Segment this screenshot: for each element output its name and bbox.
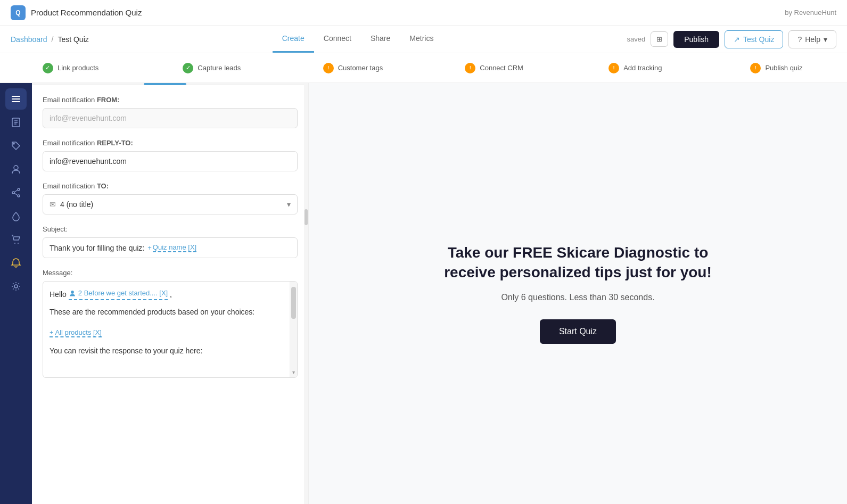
subject-tag[interactable]: + Quiz name [X] (147, 243, 196, 252)
sidebar (0, 83, 32, 504)
sidebar-icon-user[interactable] (5, 159, 27, 180)
quiz-preview: Take our FREE Skicare Diagnostic to rece… (418, 222, 738, 365)
svg-point-17 (71, 291, 74, 294)
step-check-icon: ✓ (183, 63, 193, 73)
message-section: Message: Hello 2 Before we get started..… (43, 269, 298, 378)
email-from-section: Email notification FROM: (43, 96, 298, 128)
app-title: Product Recommendation Quiz (31, 8, 142, 17)
step-capture-leads[interactable]: ✓ Capture leads (141, 63, 282, 73)
email-reply-to-input[interactable] (43, 151, 298, 171)
plus-icon: + (147, 244, 152, 252)
all-products-tag[interactable]: + All products [X] (50, 328, 102, 337)
nav-right: saved ⊞ Publish ↗ Test Quiz ? Help ▾ (627, 30, 836, 48)
svg-point-7 (13, 143, 14, 144)
sidebar-icon-bell[interactable] (5, 252, 27, 274)
app-logo: Q (11, 5, 26, 20)
chevron-down-icon: ▾ (824, 35, 827, 44)
message-editor[interactable]: Hello 2 Before we get started.... [X] , … (43, 281, 298, 378)
select-value: 4 (no title) (60, 200, 93, 209)
subject-input[interactable]: Thank you for filling the quiz: + Quiz n… (43, 237, 298, 258)
test-quiz-icon: ↗ (734, 35, 740, 44)
step-add-tracking[interactable]: ! Add tracking (565, 63, 706, 73)
panel-scrollbar[interactable] (304, 83, 308, 504)
scrollbar-bottom-arrow[interactable]: ▾ (292, 369, 295, 375)
app-bar-right: by RevenueHunt (785, 9, 836, 16)
svg-line-13 (14, 193, 18, 195)
test-quiz-button[interactable]: ↗ Test Quiz (725, 30, 783, 48)
step-warn-icon: ! (323, 63, 334, 73)
step-label: Add tracking (623, 64, 662, 72)
svg-point-14 (14, 243, 15, 244)
step-label: Customer tags (338, 64, 383, 72)
step-label: Publish quiz (765, 64, 802, 72)
step-link-products[interactable]: ✓ Link products (0, 63, 141, 73)
email-to-section: Email notification TO: ✉ 4 (no title) ▾ (43, 182, 298, 214)
step-label: Connect CRM (480, 64, 523, 72)
help-button[interactable]: ? Help ▾ (788, 30, 836, 48)
email-from-label: Email notification FROM: (43, 96, 298, 104)
step-customer-tags[interactable]: ! Customer tags (282, 63, 423, 73)
message-label: Message: (43, 269, 298, 277)
content-panel: Email notification FROM: Email notificat… (32, 83, 309, 504)
step-warn-icon: ! (750, 63, 761, 73)
sidebar-icon-list[interactable] (5, 88, 27, 110)
email-reply-to-section: Email notification REPLY-TO: (43, 139, 298, 171)
sidebar-icon-share[interactable] (5, 182, 27, 203)
help-icon: ? (797, 35, 802, 44)
email-from-input[interactable] (43, 108, 298, 128)
quiz-subtext: Only 6 questions. Less than 30 seconds. (440, 293, 717, 302)
nav-center: Create Connect Share Metrics (273, 26, 443, 53)
svg-rect-1 (12, 98, 20, 100)
nav-item-metrics[interactable]: Metrics (400, 26, 443, 53)
svg-point-9 (18, 188, 20, 191)
publish-button[interactable]: Publish (673, 31, 719, 48)
breadcrumb-dashboard[interactable]: Dashboard (11, 35, 47, 44)
message-content: Hello 2 Before we get started.... [X] , … (43, 282, 297, 377)
app-bar: Q Product Recommendation Quiz by Revenue… (0, 0, 847, 26)
subject-section: Subject: Thank you for filling the quiz:… (43, 225, 298, 258)
email-to-label: Email notification TO: (43, 182, 298, 190)
panel-scrollbar-thumb (305, 209, 308, 225)
step-check-icon: ✓ (43, 63, 53, 73)
svg-rect-2 (12, 101, 20, 102)
email-reply-to-label: Email notification REPLY-TO: (43, 139, 298, 147)
envelope-icon: ✉ (50, 200, 56, 209)
step-publish-quiz[interactable]: ! Publish quiz (706, 63, 847, 73)
sidebar-icon-book[interactable] (5, 112, 27, 133)
message-comma: , (170, 290, 172, 299)
subject-label: Subject: (43, 225, 298, 233)
chevron-down-icon: ▾ (287, 200, 291, 209)
select-inner: ✉ 4 (no title) (50, 200, 93, 209)
saved-status: saved (627, 35, 645, 43)
step-connect-crm[interactable]: ! Connect CRM (424, 63, 565, 73)
message-name-tag[interactable]: 2 Before we get started.... [X] (69, 288, 168, 300)
message-scrollbar[interactable]: ▾ (290, 282, 297, 377)
scrollbar-thumb (291, 287, 296, 319)
step-label: Capture leads (198, 64, 241, 72)
main-layout: Email notification FROM: Email notificat… (0, 83, 847, 504)
preview-button[interactable]: ⊞ (651, 31, 668, 47)
preview-panel: Take our FREE Skicare Diagnostic to rece… (309, 83, 847, 504)
svg-point-15 (18, 243, 19, 244)
subject-text: Thank you for filling the quiz: (50, 244, 144, 252)
sidebar-icon-tag[interactable] (5, 135, 27, 156)
sidebar-icon-drop[interactable] (5, 205, 27, 227)
sidebar-icon-cart[interactable] (5, 229, 27, 250)
quiz-headline: Take our FREE Skicare Diagnostic to rece… (440, 243, 717, 282)
steps-bar: ✓ Link products ✓ Capture leads ! Custom… (0, 53, 847, 83)
svg-line-12 (14, 190, 18, 192)
step-label: Link products (57, 64, 98, 72)
sidebar-icon-settings[interactable] (5, 276, 27, 297)
step-warn-icon: ! (465, 63, 475, 73)
email-to-select[interactable]: ✉ 4 (no title) ▾ (43, 194, 298, 214)
message-hello: Hello (50, 290, 69, 299)
svg-point-10 (12, 192, 14, 194)
content-scroll[interactable]: Email notification FROM: Email notificat… (32, 85, 308, 504)
nav-item-share[interactable]: Share (361, 26, 400, 53)
nav-item-create[interactable]: Create (273, 26, 314, 53)
nav-item-connect[interactable]: Connect (314, 26, 361, 53)
nav-bar: Dashboard / Test Quiz Create Connect Sha… (0, 26, 847, 53)
breadcrumb-current: Test Quiz (57, 35, 88, 44)
app-bar-left: Q Product Recommendation Quiz (11, 5, 142, 20)
start-quiz-button[interactable]: Start Quiz (540, 319, 616, 344)
